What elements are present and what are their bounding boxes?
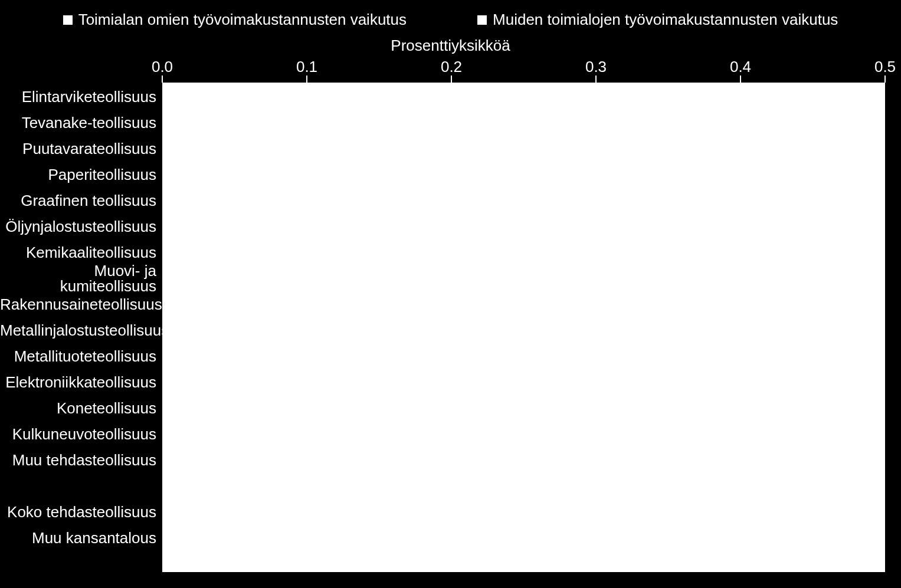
square-icon <box>477 15 487 25</box>
y-tick-label: Muu tehdasteollisuus <box>0 452 156 468</box>
y-tick-label: Metallituoteteollisuus <box>0 349 156 364</box>
y-axis-labels: Elintarviketeollisuus Tevanake-teollisuu… <box>0 83 156 572</box>
y-tick-label: Metallinjalostusteollisuus <box>0 323 156 338</box>
stacked-bar-chart: Toimialan omien työvoimakustannusten vai… <box>0 0 901 588</box>
tick-mark-icon <box>306 75 307 83</box>
y-tick-label: Elintarviketeollisuus <box>0 89 156 104</box>
legend-label: Toimialan omien työvoimakustannusten vai… <box>78 11 407 29</box>
legend: Toimialan omien työvoimakustannusten vai… <box>0 11 901 29</box>
x-tick-label: 0.1 <box>296 58 317 76</box>
tick-mark-icon <box>162 75 163 83</box>
y-tick-label: Öljynjalostusteollisuus <box>0 219 156 234</box>
y-tick-label: Elektroniikkateollisuus <box>0 375 156 390</box>
y-tick-label: Rakennusaineteollisuus <box>0 297 156 312</box>
tick-mark-icon <box>740 75 741 83</box>
x-tick-label: 0.0 <box>152 58 173 76</box>
x-axis-ticks: 0.0 0.1 0.2 0.3 0.4 0.5 <box>162 58 885 75</box>
x-axis-title: Prosenttiyksikköä <box>0 37 901 55</box>
x-tick-label: 0.4 <box>730 58 751 76</box>
y-tick-label: Koneteollisuus <box>0 400 156 416</box>
legend-item-series-1: Toimialan omien työvoimakustannusten vai… <box>63 11 407 29</box>
x-tick-label: 0.5 <box>874 58 896 76</box>
plot-area <box>162 83 885 572</box>
y-tick-label: Puutavarateollisuus <box>0 141 156 156</box>
x-tick-label: 0.2 <box>441 58 462 76</box>
legend-label: Muiden toimialojen työvoimakustannusten … <box>493 11 838 29</box>
y-tick-label: Kulkuneuvoteollisuus <box>0 426 156 442</box>
y-tick-label: Muu kansantalous <box>0 530 156 546</box>
y-tick-label: Graafinen teollisuus <box>0 193 156 208</box>
y-tick-label: Kemikaaliteollisuus <box>0 245 156 260</box>
y-tick-label: Tevanake-teollisuus <box>0 115 156 130</box>
y-tick-label: Muovi- ja kumiteollisuus <box>0 263 156 294</box>
legend-item-series-2: Muiden toimialojen työvoimakustannusten … <box>477 11 838 29</box>
y-tick-label: Paperiteollisuus <box>0 167 156 182</box>
tick-mark-icon <box>451 75 452 83</box>
tick-mark-icon <box>884 75 886 83</box>
x-tick-label: 0.3 <box>585 58 607 76</box>
square-icon <box>63 15 73 25</box>
y-tick-label: Koko tehdasteollisuus <box>0 504 156 520</box>
tick-mark-icon <box>595 75 597 83</box>
